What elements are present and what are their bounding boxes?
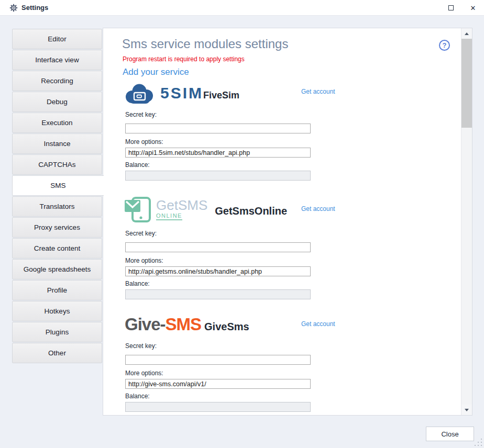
- scrollbar-thumb[interactable]: [461, 39, 472, 128]
- fivesim-secret-key-input[interactable]: [125, 124, 311, 133]
- titlebar: Settings ✕: [0, 0, 484, 16]
- tab-other[interactable]: Other: [12, 343, 102, 363]
- tab-label: Google spreadsheets: [24, 265, 91, 273]
- gear-icon: [9, 4, 18, 12]
- tab-editor[interactable]: Editor: [12, 29, 102, 49]
- tab-recording[interactable]: Recording: [12, 71, 102, 91]
- getsms-more-options-input[interactable]: [125, 266, 311, 276]
- givesms-secret-key-input[interactable]: [125, 355, 311, 365]
- getsms-get-account-link[interactable]: Get account: [301, 205, 335, 212]
- window-title: Settings: [21, 4, 48, 12]
- tab-label: Proxy services: [34, 223, 80, 231]
- tab-sms[interactable]: SMS: [12, 175, 104, 196]
- tab-label: Recording: [41, 77, 73, 85]
- sms-settings-panel: Sms service modules settings Program res…: [103, 28, 472, 416]
- getsms-logo-row: GetSMS ONLINE GetSmsOnline Get account: [125, 195, 287, 224]
- close-icon: ✕: [470, 4, 476, 12]
- getsms-logo-text: GetSMS: [156, 198, 207, 212]
- tab-label: Editor: [48, 35, 66, 43]
- givesms-logo-text-dark: Give-: [125, 315, 166, 334]
- fivesim-cloud-icon: [125, 81, 154, 105]
- tab-interface-view[interactable]: Interface view: [12, 50, 102, 70]
- givesms-more-options-input[interactable]: [125, 379, 311, 389]
- maximize-button[interactable]: [442, 0, 460, 16]
- givesms-logo-row: Give- SMS GiveSms Get account: [125, 313, 249, 336]
- more-options-label: More options:: [125, 138, 163, 145]
- close-window-button[interactable]: ✕: [464, 0, 482, 16]
- tab-label: Translators: [39, 203, 74, 210]
- tab-label: Instance: [43, 140, 70, 148]
- givesms-balance-field: [125, 402, 311, 412]
- close-button[interactable]: Close: [426, 427, 474, 441]
- givesms-get-account-link[interactable]: Get account: [301, 320, 335, 328]
- tab-label: CAPTCHAs: [38, 161, 75, 169]
- tab-label: Profile: [47, 286, 67, 294]
- givesms-service-name: GiveSms: [204, 321, 249, 333]
- fivesim-more-options-input[interactable]: [125, 148, 311, 158]
- tab-label: Plugins: [46, 328, 69, 336]
- more-options-label: More options:: [125, 257, 163, 264]
- tab-label: Interface view: [35, 56, 79, 64]
- settings-category-tabs: Editor Interface view Recording Debug Ex…: [12, 29, 102, 364]
- tab-hotkeys[interactable]: Hotkeys: [12, 301, 102, 321]
- more-options-label: More options:: [125, 369, 163, 377]
- tab-debug[interactable]: Debug: [12, 92, 102, 112]
- tab-plugins[interactable]: Plugins: [12, 322, 102, 342]
- getsms-fields: Secret key: More options: Balance:: [125, 230, 311, 299]
- scroll-down-button[interactable]: [461, 405, 472, 415]
- vertical-scrollbar[interactable]: [461, 28, 472, 415]
- tab-create-content[interactable]: Create content: [12, 238, 102, 259]
- scroll-down-arrow-icon: [465, 409, 469, 411]
- maximize-icon: [448, 5, 454, 10]
- getsms-secret-key-input[interactable]: [125, 242, 311, 252]
- tab-label: Other: [48, 349, 66, 357]
- fivesim-get-account-link[interactable]: Get account: [301, 88, 335, 95]
- scroll-up-arrow-icon: [465, 32, 469, 35]
- resize-grip[interactable]: [475, 439, 483, 447]
- getsms-service-name: GetSmsOnline: [215, 205, 287, 217]
- secret-key-label: Secret key:: [125, 111, 157, 118]
- tab-label: Hotkeys: [45, 307, 70, 315]
- tab-label: Execution: [41, 119, 72, 127]
- tab-translators[interactable]: Translators: [12, 196, 102, 217]
- scroll-up-button[interactable]: [461, 28, 472, 39]
- getsms-logo-subtext: ONLINE: [156, 212, 182, 220]
- tab-captchas[interactable]: CAPTCHAs: [12, 154, 102, 175]
- tab-proxy-services[interactable]: Proxy services: [12, 217, 102, 238]
- getsms-balance-field: [125, 289, 311, 299]
- fivesim-balance-field: [125, 171, 311, 181]
- restart-notice: Program restart is required to apply set…: [123, 55, 245, 63]
- secret-key-label: Secret key:: [125, 342, 157, 350]
- fivesim-logo-row: 5SIM FiveSim Get account: [125, 79, 239, 108]
- tab-google-spreadsheets[interactable]: Google spreadsheets: [12, 259, 102, 279]
- tab-label: SMS: [50, 182, 65, 189]
- fivesim-fields: Secret key: More options: Balance:: [125, 111, 311, 181]
- balance-label: Balance:: [125, 393, 150, 400]
- getsms-phone-mail-icon: [125, 195, 152, 223]
- secret-key-label: Secret key:: [125, 230, 157, 237]
- tab-label: Create content: [34, 244, 81, 252]
- givesms-fields: Secret key: More options: Balance:: [125, 342, 311, 412]
- tab-execution[interactable]: Execution: [12, 113, 102, 133]
- tab-profile[interactable]: Profile: [12, 280, 102, 300]
- balance-label: Balance:: [125, 280, 150, 287]
- givesms-logo-text-orange: SMS: [166, 315, 202, 334]
- tab-instance[interactable]: Instance: [12, 133, 102, 154]
- balance-label: Balance:: [125, 161, 150, 169]
- fivesim-logo-text: 5SIM: [160, 84, 203, 102]
- tab-label: Debug: [47, 98, 68, 106]
- add-your-service-link[interactable]: Add your service: [123, 67, 189, 77]
- page-title: Sms service modules settings: [122, 37, 288, 51]
- help-icon[interactable]: ?: [439, 40, 450, 51]
- fivesim-service-name: FiveSim: [203, 90, 239, 101]
